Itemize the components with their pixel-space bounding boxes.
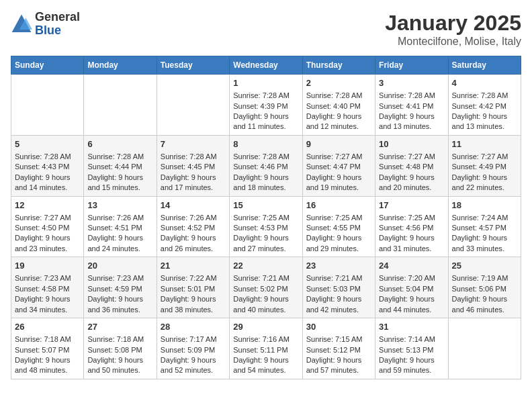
day-info-line: and 52 minutes.: [161, 365, 226, 375]
day-info-line: and 22 minutes.: [452, 183, 517, 193]
day-number: 10: [379, 138, 444, 150]
day-info-line: Sunrise: 7:28 AM: [15, 152, 80, 162]
day-info-line: and 23 minutes.: [15, 244, 80, 254]
calendar-cell: 11Sunrise: 7:27 AMSunset: 4:49 PMDayligh…: [448, 135, 521, 196]
day-number: 18: [452, 199, 517, 212]
calendar-cell: 24Sunrise: 7:20 AMSunset: 5:04 PMDayligh…: [375, 257, 448, 318]
day-number: 22: [233, 260, 298, 272]
day-info-line: Sunset: 4:58 PM: [15, 284, 80, 294]
day-info-line: and 48 minutes.: [15, 365, 80, 375]
logo-icon: [11, 13, 32, 35]
day-number: 11: [452, 138, 517, 150]
day-of-week-saturday: Saturday: [448, 56, 521, 75]
day-info-line: and 42 minutes.: [306, 305, 371, 315]
day-info-line: and 18 minutes.: [233, 183, 298, 193]
day-info-line: Sunset: 4:50 PM: [15, 223, 80, 233]
day-info-line: and 14 minutes.: [15, 183, 80, 193]
calendar-week-5: 26Sunrise: 7:18 AMSunset: 5:07 PMDayligh…: [11, 318, 521, 379]
day-info-line: Sunrise: 7:28 AM: [452, 91, 517, 101]
day-info-line: Sunset: 4:52 PM: [161, 223, 226, 233]
calendar-cell: [448, 318, 521, 379]
day-info-line: Sunrise: 7:26 AM: [87, 213, 152, 223]
day-info-line: Daylight: 9 hours: [161, 294, 226, 304]
day-info-line: Sunrise: 7:26 AM: [161, 213, 226, 223]
calendar-cell: 23Sunrise: 7:21 AMSunset: 5:03 PMDayligh…: [302, 257, 375, 318]
day-info-line: Daylight: 9 hours: [87, 173, 152, 183]
day-info-line: Sunrise: 7:27 AM: [379, 152, 444, 162]
day-info-line: Daylight: 9 hours: [161, 173, 226, 183]
day-info-line: Sunset: 4:55 PM: [306, 223, 371, 233]
calendar-cell: 20Sunrise: 7:23 AMSunset: 4:59 PMDayligh…: [84, 257, 157, 318]
day-info-line: Sunset: 4:39 PM: [233, 101, 298, 111]
day-info-line: Sunset: 5:03 PM: [306, 284, 371, 294]
day-info-line: Sunrise: 7:19 AM: [452, 273, 517, 283]
day-info-line: Daylight: 9 hours: [15, 355, 80, 365]
day-info-line: Sunset: 4:56 PM: [379, 223, 444, 233]
day-info-line: and 24 minutes.: [87, 244, 152, 254]
calendar-week-1: 1Sunrise: 7:28 AMSunset: 4:39 PMDaylight…: [11, 75, 521, 136]
calendar-week-3: 12Sunrise: 7:27 AMSunset: 4:50 PMDayligh…: [11, 196, 521, 257]
day-info-line: Daylight: 9 hours: [452, 173, 517, 183]
page-subtitle: Montecilfone, Molise, Italy: [385, 36, 521, 48]
day-info-line: Sunset: 4:41 PM: [379, 101, 444, 111]
calendar-cell: 27Sunrise: 7:18 AMSunset: 5:08 PMDayligh…: [84, 318, 157, 379]
day-info-line: Daylight: 9 hours: [233, 294, 298, 304]
day-number: 9: [306, 138, 371, 150]
title-block: January 2025 Montecilfone, Molise, Italy: [385, 11, 521, 48]
calendar-cell: 17Sunrise: 7:25 AMSunset: 4:56 PMDayligh…: [375, 196, 448, 257]
day-of-week-tuesday: Tuesday: [157, 56, 229, 75]
day-info-line: and 29 minutes.: [306, 244, 371, 254]
day-info-line: Daylight: 9 hours: [233, 355, 298, 365]
day-number: 2: [306, 77, 371, 89]
day-number: 6: [87, 138, 152, 150]
calendar-cell: 22Sunrise: 7:21 AMSunset: 5:02 PMDayligh…: [230, 257, 302, 318]
day-info-line: and 17 minutes.: [161, 183, 226, 193]
day-number: 29: [233, 321, 298, 333]
day-info-line: Sunrise: 7:22 AM: [161, 273, 226, 283]
calendar-week-4: 19Sunrise: 7:23 AMSunset: 4:58 PMDayligh…: [11, 257, 521, 318]
day-number: 23: [306, 260, 371, 272]
day-number: 12: [15, 199, 80, 212]
day-info-line: and 54 minutes.: [233, 365, 298, 375]
day-info-line: Sunrise: 7:23 AM: [87, 273, 152, 283]
day-info-line: Sunrise: 7:18 AM: [15, 334, 80, 345]
day-info-line: Sunrise: 7:21 AM: [306, 273, 371, 283]
day-info-line: Daylight: 9 hours: [15, 173, 80, 183]
day-info-line: Sunrise: 7:25 AM: [306, 213, 371, 223]
day-number: 4: [452, 77, 517, 89]
day-info-line: Daylight: 9 hours: [379, 233, 444, 243]
day-of-week-friday: Friday: [375, 56, 448, 75]
calendar-cell: 21Sunrise: 7:22 AMSunset: 5:01 PMDayligh…: [157, 257, 229, 318]
day-info-line: Sunset: 4:40 PM: [306, 101, 371, 111]
calendar-cell: 2Sunrise: 7:28 AMSunset: 4:40 PMDaylight…: [302, 75, 375, 136]
day-number: 5: [15, 138, 80, 150]
day-info-line: Sunset: 4:57 PM: [452, 223, 517, 233]
day-number: 26: [15, 321, 80, 333]
day-info-line: Sunrise: 7:25 AM: [233, 213, 298, 223]
day-number: 30: [306, 321, 371, 333]
day-info-line: and 59 minutes.: [379, 365, 444, 375]
day-info-line: Daylight: 9 hours: [233, 233, 298, 243]
calendar-cell: 10Sunrise: 7:27 AMSunset: 4:48 PMDayligh…: [375, 135, 448, 196]
day-number: 7: [161, 138, 226, 150]
calendar-cell: 30Sunrise: 7:15 AMSunset: 5:12 PMDayligh…: [302, 318, 375, 379]
day-info-line: Daylight: 9 hours: [379, 173, 444, 183]
calendar-cell: 29Sunrise: 7:16 AMSunset: 5:11 PMDayligh…: [230, 318, 302, 379]
day-info-line: Sunrise: 7:24 AM: [452, 213, 517, 223]
calendar-cell: 15Sunrise: 7:25 AMSunset: 4:53 PMDayligh…: [230, 196, 302, 257]
day-info-line: Daylight: 9 hours: [15, 294, 80, 304]
day-number: 14: [161, 199, 226, 212]
day-info-line: and 40 minutes.: [233, 305, 298, 315]
day-info-line: Sunrise: 7:14 AM: [379, 334, 444, 345]
calendar-cell: [11, 75, 84, 136]
day-number: 20: [87, 260, 152, 272]
day-info-line: Sunrise: 7:16 AM: [233, 334, 298, 345]
day-info-line: Sunrise: 7:28 AM: [379, 91, 444, 101]
day-info-line: Sunset: 4:49 PM: [452, 162, 517, 172]
day-info-line: Daylight: 9 hours: [161, 233, 226, 243]
calendar-cell: 16Sunrise: 7:25 AMSunset: 4:55 PMDayligh…: [302, 196, 375, 257]
calendar-cell: 18Sunrise: 7:24 AMSunset: 4:57 PMDayligh…: [448, 196, 521, 257]
day-info-line: and 15 minutes.: [87, 183, 152, 193]
day-info-line: Daylight: 9 hours: [379, 355, 444, 365]
day-info-line: Daylight: 9 hours: [452, 294, 517, 304]
